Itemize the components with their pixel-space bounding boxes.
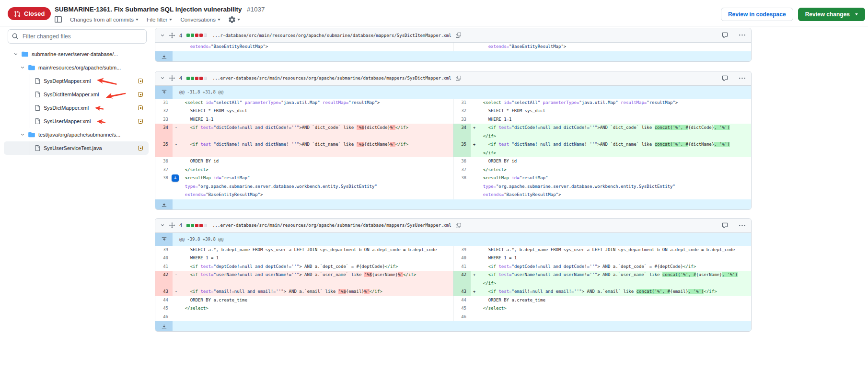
kebab-menu-icon[interactable] [739, 75, 745, 81]
expand-down-button[interactable] [155, 51, 173, 61]
line-number[interactable]: 33 [453, 116, 471, 124]
chevron-down-icon [237, 19, 240, 21]
hunk-range: @@ -31,8 +31,8 @@ [173, 86, 223, 99]
line-number[interactable]: 42 [155, 271, 173, 288]
hunk-range: @@ -39,8 +39,8 @@ [173, 233, 223, 246]
diff-sign: - [173, 140, 180, 157]
expand-down-icon [162, 54, 167, 59]
diff-settings-gear[interactable] [229, 16, 240, 23]
line-number[interactable]: 34 [155, 124, 173, 140]
menu-changes-from-all-commits[interactable]: Changes from all commits [70, 17, 139, 23]
copy-path-icon[interactable] [456, 33, 461, 38]
line-number[interactable]: 31 [453, 99, 471, 107]
diff-old-side: 41 <if test="deptCode!=null and deptCode… [155, 263, 453, 271]
tree-folder-item[interactable]: submarine-server/server-database/... [4, 47, 149, 61]
code-cell [180, 313, 453, 322]
file-modified-icon [138, 79, 143, 83]
expand-row [155, 321, 751, 331]
menu-file-filter[interactable]: File filter [147, 17, 172, 23]
comment-icon[interactable] [722, 32, 728, 38]
diff-sign [173, 166, 180, 174]
line-number[interactable]: 32 [155, 107, 173, 116]
drag-handle-icon[interactable] [169, 75, 175, 81]
expand-down-button[interactable] [155, 321, 173, 331]
diff-sign: - [173, 124, 180, 140]
line-number[interactable]: 37 [453, 166, 471, 174]
filter-files-box [8, 29, 147, 44]
tree-file-item[interactable]: SysDictMapper.xml [4, 101, 149, 115]
tree-file-item[interactable]: SysDeptMapper.xml [4, 74, 149, 88]
drag-handle-icon[interactable] [169, 33, 175, 38]
kebab-menu-icon[interactable] [739, 222, 745, 229]
line-number[interactable]: 34 [453, 124, 471, 140]
line-number[interactable]: 43 [453, 288, 471, 296]
line-number[interactable]: 35 [155, 140, 173, 157]
collapse-file-chevron-icon[interactable] [160, 33, 165, 38]
tree-file-item[interactable]: SysUserMapper.xml [4, 115, 149, 128]
sidebar-toggle-icon[interactable] [55, 16, 62, 23]
line-number[interactable]: 40 [453, 254, 471, 263]
line-number[interactable]: 38+ [155, 174, 173, 199]
hunk-header-row: @@ -31,8 +31,8 @@ [155, 86, 751, 99]
diff-file-header: 4...erver-database/src/main/resources/or… [155, 71, 751, 86]
line-number[interactable]: 39 [155, 246, 173, 255]
tree-item-label: test/java/org/apache/submarine/s... [38, 132, 120, 138]
line-number[interactable]: 32 [453, 107, 471, 116]
line-number[interactable]: 35 [453, 140, 471, 157]
line-number[interactable]: 44 [155, 296, 173, 305]
expand-up-button[interactable] [155, 86, 173, 99]
comment-icon[interactable] [722, 222, 728, 229]
expand-up-button[interactable] [155, 233, 173, 246]
line-number[interactable]: 31 [155, 99, 173, 107]
comment-icon[interactable] [722, 75, 728, 81]
filter-changed-files-input[interactable] [8, 29, 147, 44]
line-number[interactable]: 41 [453, 263, 471, 271]
line-number[interactable]: 46 [155, 313, 173, 322]
tree-item-label: SysUserServiceTest.java [44, 145, 102, 151]
diff-new-side: 38 <resultMap id="resultMap" type="org.a… [453, 174, 751, 199]
tree-folder-item[interactable]: test/java/org/apache/submarine/s... [4, 128, 149, 141]
line-number[interactable]: 45 [155, 304, 173, 313]
collapse-file-chevron-icon[interactable] [160, 76, 165, 81]
file-icon [35, 105, 40, 111]
tree-file-item[interactable]: SysUserServiceTest.java [4, 141, 149, 155]
expand-down-button[interactable] [155, 199, 173, 209]
line-number[interactable]: 43 [155, 288, 173, 296]
code-cell: <if test="dictCode!=null and dictCode!='… [478, 124, 751, 140]
diff-sign: + [471, 140, 478, 157]
kebab-menu-icon[interactable] [739, 32, 745, 38]
line-number[interactable]: 36 [453, 157, 471, 166]
line-number[interactable]: 41 [155, 263, 173, 271]
line-number[interactable]: 39 [453, 246, 471, 255]
line-number[interactable]: 44 [453, 296, 471, 305]
tree-item-label: SysDictMapper.xml [44, 105, 89, 111]
tree-file-item[interactable]: SysDictItemMapper.xml [4, 88, 149, 101]
line-number[interactable]: 40 [155, 254, 173, 263]
diff-sign [173, 107, 180, 116]
line-number[interactable] [453, 43, 471, 51]
line-number[interactable]: 38 [453, 174, 471, 199]
line-number[interactable]: 37 [155, 166, 173, 174]
line-number[interactable]: 33 [155, 116, 173, 124]
add-comment-button[interactable]: + [172, 174, 179, 182]
diff-row: 43- <if test="email!=null and email!=''"… [155, 288, 751, 296]
line-number[interactable]: 45 [453, 304, 471, 313]
copy-path-icon[interactable] [456, 76, 461, 81]
code-cell: ORDER BY a.create_time [180, 296, 453, 305]
line-number[interactable]: 46 [453, 313, 471, 322]
menu-conversations[interactable]: Conversations [180, 17, 220, 23]
review-in-codespace-button[interactable]: Review in codespace [721, 8, 793, 21]
review-changes-button[interactable]: Review changes [798, 8, 865, 21]
collapse-file-chevron-icon[interactable] [160, 223, 165, 228]
changes-count: 4 [179, 33, 182, 38]
diff-old-side: 39 SELECT a.*, b.dept_name FROM sys_user… [155, 246, 453, 255]
tree-folder-item[interactable]: main/resources/org/apache/subm... [4, 61, 149, 74]
line-number[interactable]: 36 [155, 157, 173, 166]
code-cell: </select> [180, 166, 453, 174]
code-cell: WHERE 1=1 [180, 116, 453, 124]
copy-path-icon[interactable] [456, 223, 461, 228]
drag-handle-icon[interactable] [169, 222, 175, 228]
folder-icon [28, 65, 35, 70]
line-number[interactable] [155, 43, 173, 51]
line-number[interactable]: 42 [453, 271, 471, 288]
